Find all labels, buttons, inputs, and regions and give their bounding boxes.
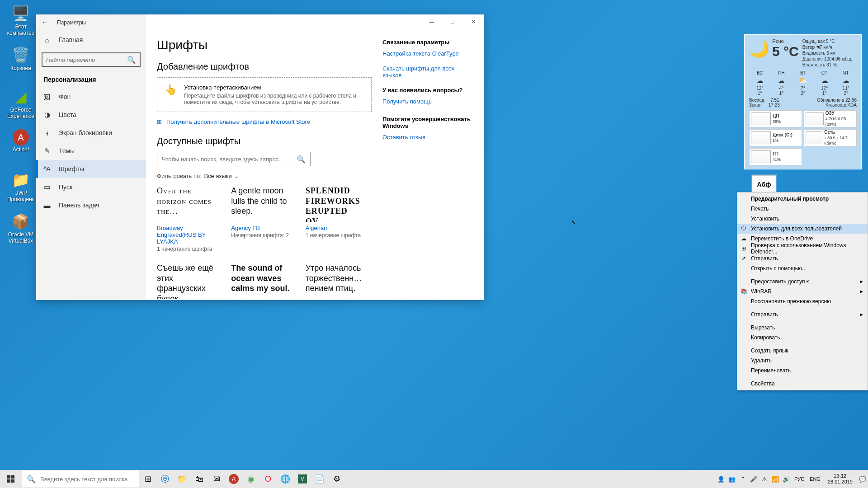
font-card[interactable]: SPLENDID FIREWORKS ERUPTED OV…Algerian1 … [306,186,372,252]
menu-item[interactable]: Предварительный просмотр [737,194,868,204]
back-button[interactable]: ← [42,19,49,27]
weather-widget[interactable]: 🌙 Ясно 5 °C Ощущ. как 5 °CВетер ◥7 км/чВ… [744,34,862,169]
menu-item-icon: ⊞ [740,245,747,252]
taskbar-search-input[interactable] [40,476,134,483]
stat-graph [806,131,822,144]
desktop-icon-geforce[interactable]: ◢GeForce Experience [5,88,37,120]
taskbar-app2[interactable]: V [294,470,311,488]
font-card[interactable]: Утро началось торжественн… пением птиц.B… [306,263,372,300]
stat-card: ГП41% [749,148,802,165]
font-filter[interactable]: Фильтровать по: Все языки ⌄ [157,173,372,179]
tray-clock[interactable]: 23:1226.01.2019 [823,473,857,485]
font-card[interactable]: Съешь же ещё этих французских булок.Aria… [157,263,223,300]
menu-item[interactable]: Восстановить прежнюю версию [737,296,868,306]
menu-item[interactable]: Отправить▶ [737,310,868,319]
taskbar-notepad[interactable]: 📄 [311,470,328,488]
cleartype-link[interactable]: Настройка текста ClearType [382,50,473,57]
menu-item[interactable]: Создать ярлык [737,346,868,356]
search-icon: 🔍 [127,56,136,64]
feedback-link[interactable]: Оставить отзыв [382,134,473,141]
tray-lang2[interactable]: ENG [807,476,823,482]
menu-item[interactable]: Открыть с помощью... [737,263,868,273]
menu-item[interactable]: Копировать [737,333,868,343]
tray-network[interactable]: 📶 [770,470,781,488]
font-search-input[interactable] [162,156,297,163]
sidebar-item-start[interactable]: ▭Пуск [36,178,146,196]
sidebar-item-lockscreen[interactable]: ⫞Экран блокировки [36,124,146,142]
menu-item-icon: 📚 [740,288,747,295]
font-card[interactable]: A gentle moon lulls the child to sleep.A… [231,186,297,252]
desktop-icons: 🖥️Этот компьютер 🗑️Корзина ◢GeForce Expe… [5,5,37,254]
search-icon: 🔍 [297,155,306,164]
tray-notifications[interactable]: 💬 [857,470,868,488]
tray-people[interactable]: 👥 [726,470,737,488]
sidebar-item-background[interactable]: 🖼Фон [36,88,146,106]
taskbar-icon: ▬ [43,202,51,209]
submenu-arrow-icon: ▶ [860,279,863,284]
font-sample: Утро началось торжественн… пением птиц. [306,263,372,299]
tray-expand[interactable]: ⌃ [737,470,748,488]
font-file-icon[interactable]: Абф [752,175,776,193]
taskbar-store[interactable]: 🛍 [191,470,208,488]
maximize-button[interactable]: ☐ [442,14,463,29]
sidebar-item-taskbar[interactable]: ▬Панель задач [36,196,146,214]
desktop-icon-vbox[interactable]: 📦Oracle VM VirtualBox [5,212,37,245]
font-card[interactable]: The sound of ocean waves calms my soul.A… [231,263,297,300]
taskbar-search[interactable]: 🔍 [22,470,139,488]
tray-lang1[interactable]: РУС [792,476,807,482]
desktop-icon-action[interactable]: AAction! [5,129,37,162]
tray-mic[interactable]: 🎤 [748,470,759,488]
sidebar-item-home[interactable]: ⌂Главная [36,31,146,49]
search-input[interactable] [46,56,127,63]
menu-item[interactable]: ↗Отправить [737,253,868,263]
chevron-down-icon: ⌄ [234,173,239,179]
drop-title: Установка перетаскиванием [184,84,364,91]
taskbar-action[interactable]: A [225,470,242,488]
start-button[interactable] [0,470,22,488]
menu-item[interactable]: ⊞Проверка с использованием Windows Defen… [737,244,868,253]
minimize-button[interactable]: — [421,14,442,29]
close-button[interactable]: ✕ [463,14,484,29]
menu-item[interactable]: Печать [737,204,868,214]
menu-item[interactable]: Вырезать [737,323,868,333]
taskbar-settings[interactable]: ⚙ [328,470,345,488]
font-search[interactable]: 🔍 [157,152,311,166]
tray-volume[interactable]: 🔊 [781,470,792,488]
taskbar-edge[interactable]: ⓔ [156,470,174,488]
taskbar-opera[interactable]: O [259,470,277,488]
desktop-icon-trash[interactable]: 🗑️Корзина [5,46,37,79]
tray-user[interactable]: 👤 [716,470,726,488]
font-card[interactable]: Over the horizon comes the…Broadway Engr… [157,186,223,252]
menu-item[interactable]: Установить [737,214,868,224]
desktop-icon-uwp[interactable]: 📁UWP Проводник [5,171,37,203]
sidebar-item-fonts[interactable]: ᴬAШрифты [36,160,146,178]
settings-aside: Связанные параметры Настройка текста Cle… [382,31,473,300]
menu-item[interactable]: 📚WinRAR▶ [737,286,868,296]
menu-item[interactable]: Свойства [737,379,868,389]
sidebar-item-colors[interactable]: ◑Цвета [36,106,146,124]
task-view-button[interactable]: ⊞ [139,470,156,488]
font-sample: The sound of ocean waves calms my soul. [231,263,297,299]
settings-search[interactable]: 🔍 [42,52,141,67]
get-help-link[interactable]: Получить помощь [382,98,473,105]
tray-warn[interactable]: ⚠ [759,470,770,488]
download-fonts-link[interactable]: Скачать шрифты для всех языков [382,65,473,79]
font-drop-zone[interactable]: 👆 Установка перетаскиванием Перетащите ф… [157,77,372,112]
svg-rect-1 [11,475,14,479]
taskbar-app1[interactable]: ◉ [242,470,259,488]
desktop-icon-computer[interactable]: 🖥️Этот компьютер [5,5,37,37]
submenu-arrow-icon: ▶ [860,312,863,317]
page-title: Шрифты [157,38,372,52]
menu-item[interactable]: Переименовать [737,366,868,375]
sidebar-item-themes[interactable]: ✎Темы [36,142,146,160]
menu-item[interactable]: Удалить [737,356,868,366]
nvidia-icon: ◢ [12,88,30,106]
store-icon: ⊞ [157,118,162,125]
taskbar-chrome[interactable]: 🌐 [277,470,294,488]
menu-item[interactable]: 🛡Установить для всех пользователей [737,224,868,234]
taskbar-explorer[interactable]: 📁 [174,470,191,488]
menu-item[interactable]: Предоставить доступ к▶ [737,277,868,286]
store-link[interactable]: ⊞Получить дополнительные шрифты в Micros… [157,118,372,125]
start-icon: ▭ [43,183,51,191]
taskbar-mail[interactable]: ✉ [208,470,225,488]
